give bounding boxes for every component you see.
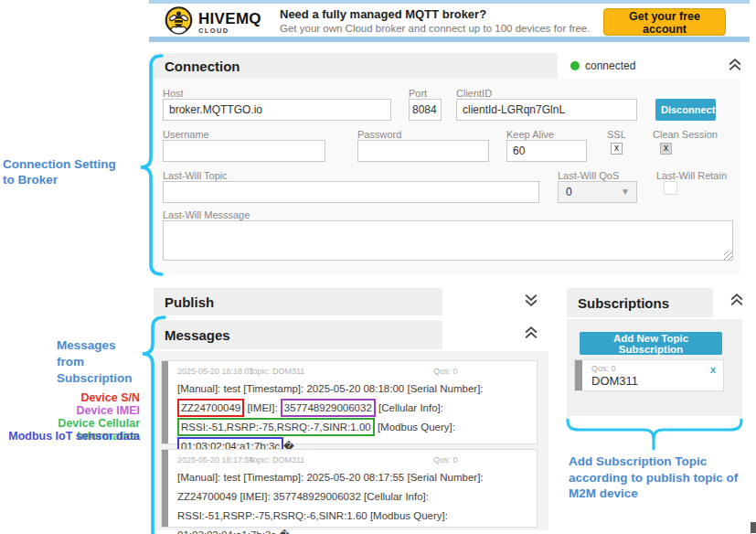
clientid-label: ClientID <box>456 88 492 99</box>
connection-title: Connection <box>165 59 240 74</box>
message-qos: Qos: 0 <box>433 455 458 465</box>
brand-name: HIVEMQ <box>198 11 261 27</box>
message-qos: Qos: 0 <box>433 367 458 376</box>
subscription-qos: Qos: 0 <box>591 364 723 373</box>
lastwill-topic-label: Last-Will Topic <box>163 170 228 181</box>
publish-header: Publish <box>154 288 442 315</box>
message-line: RSSI:-51,RSRP:-75,RSRQ:-6,SINR:1.60 [Mod… <box>177 507 537 526</box>
message-line: 01:03:02:04:a1:7b:3c � <box>177 526 537 534</box>
message-accent-bar <box>162 450 168 527</box>
username-label: Username <box>163 129 209 140</box>
messages-collapse-icon[interactable] <box>523 325 539 345</box>
imei-highlight: 357748929006032 <box>281 399 376 417</box>
subscription-annotation: Add Subscription Topic according to publ… <box>569 454 738 502</box>
hivemq-logo[interactable]: HIVEMQ CLOUD <box>164 5 261 40</box>
publish-expand-icon[interactable] <box>523 292 539 312</box>
hivemq-banner: HIVEMQ CLOUD Need a fully managed MQTT b… <box>149 0 750 42</box>
lastwill-topic-input[interactable] <box>163 181 539 203</box>
clean-session-checkbox[interactable]: x <box>660 143 672 155</box>
subscription-accent-bar <box>575 360 582 390</box>
textarea-resize-handle-icon[interactable] <box>724 251 732 260</box>
message-line: [Manual]: test [Timestamp]: 2025-05-20 0… <box>177 379 537 399</box>
lastwill-qos-select[interactable]: 0 ▼ <box>558 181 637 203</box>
port-label: Port <box>409 88 427 99</box>
host-input[interactable] <box>163 99 391 121</box>
username-input[interactable] <box>163 140 325 162</box>
subscriptions-title: Subscriptions <box>578 295 669 311</box>
scrollbar-fragment[interactable] <box>751 522 756 533</box>
screenshot-root: HIVEMQ CLOUD Need a fully managed MQTT b… <box>0 0 756 534</box>
ssl-checkbox[interactable]: x <box>611 143 623 155</box>
keepalive-label: Keep Alive <box>506 129 554 140</box>
brand-sub: CLOUD <box>198 27 261 35</box>
serial-number-highlight: ZZ24700049 <box>177 399 244 417</box>
publish-title: Publish <box>165 294 214 310</box>
messages-header: Messages <box>154 320 442 349</box>
message-timestamp: 2025-05-20 16:17:56 <box>177 455 254 465</box>
connection-collapse-icon[interactable] <box>727 57 743 77</box>
message-topic: Topic: DOM311 <box>249 455 304 465</box>
modbus-annotation: Modbus IoT sensor data <box>3 431 140 443</box>
connection-status: connected <box>558 53 728 79</box>
bee-icon <box>164 5 194 40</box>
banner-subheadline: Get your own Cloud broker and connect up… <box>280 23 590 34</box>
message-line: ZZ24700049 [IMEI]: 357748929006032 [Cell… <box>177 399 537 418</box>
connection-annotation: Connection Setting to Broker <box>3 157 116 187</box>
password-input[interactable] <box>357 140 489 162</box>
subscription-topic: DOM311 <box>591 374 723 388</box>
messages-annotation: Messages from Subscription <box>57 337 133 387</box>
message-card: 2025-05-20 16:17:56 Topic: DOM311 Qos: 0… <box>161 449 538 528</box>
device-sn-annotation: Device S/N <box>3 392 140 405</box>
lastwill-message-textarea[interactable] <box>163 220 733 261</box>
message-topic: Topic: DOM311 <box>249 367 304 376</box>
clean-session-label: Clean Session <box>653 129 718 140</box>
banner-headline: Need a fully managed MQTT broker? <box>280 7 486 21</box>
get-free-account-button[interactable]: Get your free account <box>603 8 726 36</box>
lastwill-qos-value: 0 <box>566 186 572 198</box>
lastwill-retain-checkbox[interactable] <box>664 181 677 195</box>
subscription-remove-icon[interactable]: x <box>710 364 716 375</box>
status-text: connected <box>585 59 635 72</box>
message-line: [Manual]: test [Timestamp]: 2025-05-20 0… <box>177 468 537 487</box>
subscriptions-header: Subscriptions <box>567 288 713 317</box>
add-subscription-button[interactable]: Add New Topic Subscription <box>580 332 722 355</box>
message-line: ZZ24700049 [IMEI]: 357748929006032 [Cell… <box>177 487 537 507</box>
messages-title: Messages <box>165 327 230 343</box>
connection-header: Connection <box>154 53 558 79</box>
subscriptions-collapse-icon[interactable] <box>729 292 745 312</box>
host-label: Host <box>163 88 184 99</box>
clientid-input[interactable] <box>456 99 637 121</box>
cellular-info-highlight: RSSI:-51,RSRP:-75,RSRQ:-7,SINR:1.00 <box>177 418 375 436</box>
subscription-brace <box>565 416 744 453</box>
message-timestamp: 2025-05-20 16:18:01 <box>177 367 254 376</box>
ssl-label: SSL <box>607 129 626 140</box>
disconnect-button[interactable]: Disconnect <box>655 99 716 121</box>
message-line: RSSI:-51,RSRP:-75,RSRQ:-7,SINR:1.00 [Mod… <box>177 418 537 437</box>
subscription-item: Qos: 0 DOM311 x <box>574 359 724 391</box>
keepalive-input[interactable] <box>506 140 587 162</box>
lastwill-retain-label: Last-Will Retain <box>656 170 727 181</box>
port-input[interactable] <box>409 99 442 121</box>
message-accent-bar <box>162 361 168 443</box>
password-label: Password <box>357 129 401 140</box>
lastwill-message-label: Last-Will Messsage <box>163 209 250 220</box>
lastwill-qos-label: Last-Will QoS <box>558 170 619 181</box>
status-dot-icon <box>570 61 580 70</box>
device-imei-annotation: Device IMEI <box>3 405 140 418</box>
message-card: 2025-05-20 16:18:01 Topic: DOM311 Qos: 0… <box>161 360 538 444</box>
dropdown-caret-icon: ▼ <box>621 182 630 202</box>
